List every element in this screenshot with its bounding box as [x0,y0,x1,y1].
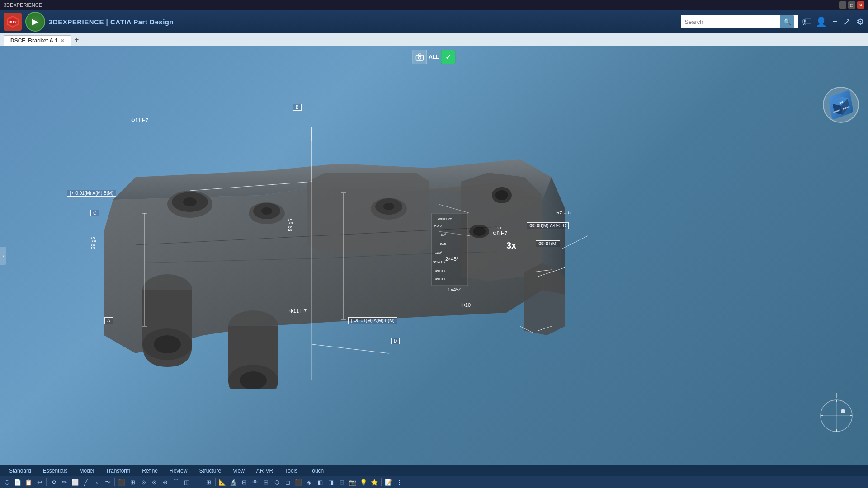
tool-fillet-icon[interactable]: ⌒ [171,477,181,487]
active-tab[interactable]: DSCF_Bracket A.1 ✕ [4,35,71,46]
bottom-tabs: StandardEssentialsModelTransformRefineRe… [0,465,868,476]
tool-box-icon[interactable]: ⬛ [117,477,127,487]
tool-measure-icon[interactable]: 📐 [217,477,227,487]
tool-view2-icon[interactable]: ◨ [326,477,336,487]
tool-light-icon[interactable]: 💡 [359,477,368,487]
tool-display-icon[interactable]: 👁 [250,477,260,487]
tool-pattern-icon[interactable]: ⊞ [203,477,213,487]
svg-text:120°: 120° [435,251,443,255]
user-icon[interactable]: 👤 [816,16,827,27]
app-title-module: Part Design [133,18,174,26]
tool-rect-icon[interactable]: ⬜ [70,477,80,487]
tool-extra-icon[interactable]: ⋮ [394,477,404,487]
tool-surface-icon[interactable]: ◻ [283,477,292,487]
tab-label: DSCF_Bracket A.1 [10,38,58,44]
titlebar-title: 3DEXPERIENCE [4,2,42,8]
svg-text:Φ14 H7: Φ14 H7 [433,260,446,264]
tool-camera-icon[interactable]: 📷 [348,477,358,487]
bookmark-icon[interactable]: 🏷 [802,16,812,28]
tool-transform-icon[interactable]: ⟲ [48,477,58,487]
app-title: 3DEXPERIENCE | CATIA Part Design [49,18,677,26]
svg-text:Φ0.00: Φ0.00 [435,277,445,281]
tool-solid-icon[interactable]: ⬛ [293,477,303,487]
close-button[interactable]: ✕ [857,1,864,9]
tool-sketch-icon[interactable]: ✏ [59,477,69,487]
svg-text:Φ0.03: Φ0.03 [435,269,445,273]
tool-analyze-icon[interactable]: 🔬 [228,477,238,487]
tool-revolve-icon[interactable]: ⊙ [138,477,148,487]
main-toolbar: 3DS ▶ 3DEXPERIENCE | CATIA Part Design 🔍… [0,10,868,33]
tabbar: DSCF_Bracket A.1 ✕ + ⤢ [0,33,868,46]
viewcube-inner: TOP FRONT RIGHT [823,87,859,123]
tool-shell-icon[interactable]: □ [193,477,203,487]
bottom-tab-review[interactable]: Review [164,467,193,475]
bottom-tab-touch[interactable]: Touch [304,467,329,475]
svg-point-12 [383,203,394,210]
search-button[interactable]: 🔍 [780,15,794,28]
tool-view1-icon[interactable]: ◧ [315,477,325,487]
viewport-toolbar: ALL ✓ [412,50,455,64]
navigation-gizmo[interactable] [818,393,854,429]
tool-note-icon[interactable]: 📝 [383,477,393,487]
tool-select-icon[interactable]: ⬡ [2,477,12,487]
settings-icon[interactable]: ⚙ [856,16,864,27]
tool-loft-icon[interactable]: ⊗ [149,477,159,487]
left-panel-toggle[interactable]: › [0,247,6,265]
titlebar: 3DEXPERIENCE − □ ✕ [0,0,868,10]
add-icon[interactable]: + [832,17,838,27]
tool-point-icon[interactable]: ⬦ [92,477,102,487]
tool-spline-icon[interactable]: 〜 [103,477,113,487]
play-icon: ▶ [32,17,38,27]
svg-text:3DS: 3DS [9,20,16,24]
bottom-icons: ⬡ 📄 📋 ↩ ⟲ ✏ ⬜ ╱ ⬦ 〜 ⬛ ⊞ ⊙ ⊗ ⊕ ⌒ ◫ □ ⊞ 📐 … [0,476,868,488]
svg-point-22 [240,371,267,389]
tab-close-button[interactable]: ✕ [61,38,64,43]
bottom-tab-model[interactable]: Model [74,467,99,475]
app-title-3d: 3D [49,18,58,26]
bottom-tab-view[interactable]: View [227,467,250,475]
play-button[interactable]: ▶ [25,12,45,32]
tool-wireframe-icon[interactable]: ⬡ [272,477,282,487]
bottom-toolbar: StandardEssentialsModelTransformRefineRe… [0,465,868,488]
share-icon[interactable]: ↗ [843,16,851,27]
bottom-tab-tools[interactable]: Tools [279,467,303,475]
tool-undo-icon[interactable]: ↩ [34,477,44,487]
tool-copy-icon[interactable]: 📋 [24,477,33,487]
svg-point-19 [154,335,181,353]
svg-text:2.8: 2.8 [497,226,503,230]
svg-text:R0.5: R0.5 [439,242,446,246]
tool-chamfer-icon[interactable]: ◫ [182,477,192,487]
viewcube-cube-display: TOP FRONT RIGHT [828,89,854,120]
viewcube[interactable]: TOP FRONT RIGHT [823,87,859,123]
svg-point-9 [261,207,272,215]
tool-line-icon[interactable]: ╱ [81,477,91,487]
svg-point-63 [841,409,845,413]
bottom-tab-ar-vr[interactable]: AR-VR [251,467,278,475]
tool-extrude-icon[interactable]: ⊞ [127,477,137,487]
tool-grid-icon[interactable]: ⊞ [261,477,271,487]
tool-sweep-icon[interactable]: ⊕ [160,477,170,487]
tool-view3-icon[interactable]: ⊡ [337,477,347,487]
viewport[interactable]: ALL ✓ › [0,46,868,465]
search-input[interactable] [681,17,780,27]
viewport-camera-button[interactable] [412,50,427,64]
bracket-model: W8×1.25 R0.5 60° R0.5 120° Φ14 H7 Φ0.03 … [45,73,588,389]
tool-new-icon[interactable]: 📄 [13,477,23,487]
bottom-tab-refine[interactable]: Refine [137,467,163,475]
bottom-tab-structure[interactable]: Structure [193,467,226,475]
bottom-tab-essentials[interactable]: Essentials [38,467,73,475]
tool-iso-icon[interactable]: ◈ [304,477,314,487]
maximize-button[interactable]: □ [848,1,855,9]
all-label: ALL [429,54,439,60]
viewport-confirm-button[interactable]: ✓ [441,50,456,64]
svg-point-14 [495,190,508,200]
minimize-button[interactable]: − [839,1,846,9]
toolbar-right: 👤 + ↗ ⚙ [816,16,864,27]
tool-render-icon[interactable]: ⭐ [369,477,379,487]
bottom-tab-standard[interactable]: Standard [4,467,37,475]
app-title-separator: | [104,18,110,26]
tool-section-icon[interactable]: ⊟ [239,477,249,487]
tab-add-button[interactable]: + [71,34,82,46]
bottom-tab-transform[interactable]: Transform [100,467,136,475]
svg-rect-3 [418,54,421,56]
